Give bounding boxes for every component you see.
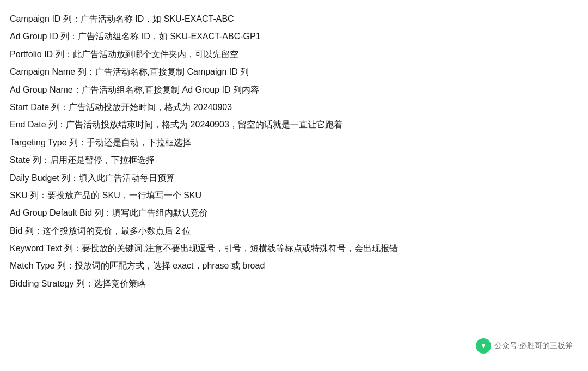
line-match-type: Match Type 列：投放词的匹配方式，选择 exact，phrase 或 … [10, 259, 573, 273]
line-adgroup-default-bid: Ad Group Default Bid 列：填写此广告组内默认竞价 [10, 206, 573, 220]
line-targeting-type: Targeting Type 列：手动还是自动，下拉框选择 [10, 136, 573, 150]
line-keyword-text: Keyword Text 列：要投放的关键词,注意不要出现逗号，引号，短横线等标… [10, 241, 573, 256]
line-bid: Bid 列：这个投放词的竞价，最多小数点后 2 位 [10, 224, 573, 238]
line-portfolio-id: Portfolio ID 列：此广告活动放到哪个文件夹内，可以先留空 [10, 47, 573, 62]
svg-point-2 [483, 345, 485, 346]
watermark: 公众号·必胜哥的三板斧 [476, 338, 573, 354]
line-adgroup-name: Ad Group Name：广告活动组名称,直接复制 Ad Group ID 列… [10, 83, 573, 97]
line-adgroup-id: Ad Group ID 列：广告活动组名称 ID，如 SKU-EXACT-ABC… [10, 29, 573, 44]
line-sku: SKU 列：要投放产品的 SKU，一行填写一个 SKU [10, 188, 573, 203]
content-area: Campaign ID 列：广告活动名称 ID，如 SKU-EXACT-ABCA… [0, 0, 588, 371]
line-bidding-strategy: Bidding Strategy 列：选择竞价策略 [10, 277, 573, 291]
line-campaign-name: Campaign Name 列：广告活动名称,直接复制 Campaign ID … [10, 65, 573, 79]
line-state: State 列：启用还是暂停，下拉框选择 [10, 153, 573, 167]
watermark-icon [476, 338, 491, 354]
line-daily-budget: Daily Budget 列：填入此广告活动每日预算 [10, 171, 573, 185]
line-campaign-id: Campaign ID 列：广告活动名称 ID，如 SKU-EXACT-ABC [10, 12, 573, 26]
watermark-text: 公众号·必胜哥的三板斧 [494, 341, 573, 351]
lines-container: Campaign ID 列：广告活动名称 ID，如 SKU-EXACT-ABCA… [10, 12, 573, 291]
svg-point-1 [482, 345, 483, 346]
line-end-date: End Date 列：广告活动投放结束时间，格式为 20240903，留空的话就… [10, 118, 573, 132]
line-start-date: Start Date 列：广告活动投放开始时间，格式为 20240903 [10, 100, 573, 114]
